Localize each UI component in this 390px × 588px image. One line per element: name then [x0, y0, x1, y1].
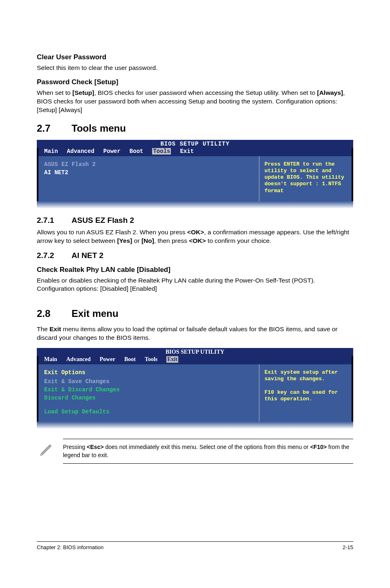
bios-right-pane: Press ENTER to run the utility to select… [260, 156, 352, 201]
text-part: does not immediately exit this menu. Sel… [104, 444, 310, 450]
text-bold: Exit [49, 325, 61, 332]
bios-tabs: Main Advanced Power Boot Tools Exit [37, 356, 353, 364]
section-name: Exit menu [72, 308, 119, 319]
bios-item-blank [44, 403, 253, 407]
ez-flash-title: 2.7.1ASUS EZ Flash 2 [37, 216, 353, 225]
text-bold: [Setup] [72, 89, 94, 96]
bios-item-exit-discard: Exit & Discard Changes [44, 386, 253, 393]
bios-tab-exit: Exit [180, 148, 194, 155]
exit-menu-title: 2.8Exit menu [37, 308, 353, 319]
bios-title: BIOS SETUP UTILITY [37, 349, 353, 355]
text-bold: <OK> [189, 237, 206, 244]
pencil-icon [38, 440, 55, 458]
bios-body: ASUS EZ Flash 2 AI NET2 Press ENTER to r… [37, 156, 353, 201]
bios-left-pane: Exit Options Exit & Save Changes Exit & … [38, 364, 260, 422]
section-num: 2.8 [37, 308, 72, 319]
bios-tab-power: Power [100, 356, 115, 363]
bios-item-ezflash: ASUS EZ Flash 2 [44, 161, 253, 168]
text-bold: <Esc> [87, 444, 103, 450]
bios-tab-main: Main [44, 356, 57, 363]
ai-net-title: 2.7.2AI NET 2 [37, 251, 353, 260]
text-bold: [No] [141, 237, 154, 244]
bios-exit-screenshot: BIOS SETUP UTILITY Main Advanced Power B… [37, 348, 353, 429]
bios-tab-boot: Boot [124, 356, 136, 363]
text-part: Pressing [63, 444, 87, 450]
bios-item-exit-save: Exit & Save Changes [44, 378, 253, 385]
bios-item-discard: Discard Changes [44, 395, 253, 401]
password-check-text: When set to [Setup], BIOS checks for use… [37, 89, 353, 114]
bios-tools-screenshot: BIOS SETUP UTILITY Main Advanced Power B… [37, 140, 353, 209]
footer-left: Chapter 2: BIOS information [37, 544, 103, 550]
bios-tab-tools: Tools [152, 148, 171, 155]
exit-menu-text: The Exit menu items allow you to load th… [37, 325, 353, 342]
ez-flash-text: Allows you to run ASUS EZ Flash 2. When … [37, 228, 353, 245]
text-part: When set to [37, 89, 72, 96]
subsection-name: ASUS EZ Flash 2 [72, 216, 134, 224]
section-name: Tools menu [72, 123, 126, 134]
bios-tab-main: Main [44, 148, 58, 155]
note-text: Pressing <Esc> does not immediately exit… [63, 439, 353, 464]
realtek-text: Enables or disables checking of the Real… [37, 276, 353, 294]
clear-user-password-heading: Clear User Password [37, 53, 353, 61]
bios-tab-tools: Tools [145, 356, 157, 363]
bios-tab-power: Power [103, 148, 121, 155]
bios-fade [37, 201, 353, 209]
bios-tabs: Main Advanced Power Boot Tools Exit [37, 148, 353, 156]
text-bold: <OK> [187, 229, 204, 236]
bios-tab-advanced: Advanced [66, 356, 91, 363]
bios-item-ainet2: AI NET2 [44, 169, 253, 176]
subsection-name: AI NET 2 [72, 251, 103, 260]
footer-right: 2-15 [343, 544, 353, 550]
subsection-num: 2.7.1 [37, 216, 72, 225]
bios-section-label: Exit Options [44, 369, 253, 376]
text-part: , BIOS checks for user password when acc… [94, 89, 317, 96]
note-box: Pressing <Esc> does not immediately exit… [37, 439, 353, 464]
bios-fade [37, 422, 353, 429]
bios-title-row: BIOS SETUP UTILITY [37, 140, 353, 148]
bios-body: Exit Options Exit & Save Changes Exit & … [37, 364, 353, 422]
text-bold: [Always] [317, 89, 343, 96]
password-check-heading: Password Check [Setup] [37, 78, 353, 86]
subsection-num: 2.7.2 [37, 251, 72, 260]
text-bold: [Yes] [117, 237, 132, 244]
tools-menu-title: 2.7Tools menu [37, 123, 353, 134]
section-num: 2.7 [37, 123, 72, 134]
text-part: to confirm your choice. [206, 237, 271, 244]
bios-item-load-defaults: Load Setup Defaults [44, 408, 253, 415]
bios-tab-boot: Boot [130, 148, 143, 155]
text-part: , then press [154, 237, 189, 244]
text-part: The [37, 325, 49, 332]
clear-user-password-text: Select this item to clear the user passw… [37, 64, 353, 72]
text-part: Allows you to run ASUS EZ Flash 2. When … [37, 229, 187, 236]
svg-marker-0 [40, 444, 52, 456]
bios-left-pane: ASUS EZ Flash 2 AI NET2 [38, 156, 260, 201]
bios-tab-advanced: Advanced [67, 148, 94, 155]
realtek-heading: Check Realtek Phy LAN cable [Disabled] [37, 266, 353, 274]
bios-tab-exit: Exit [166, 356, 178, 363]
text-part: or [132, 237, 141, 244]
bios-right-pane: Exit system setup after saving the chang… [260, 364, 352, 422]
bios-title-row: BIOS SETUP UTILITY [37, 348, 353, 356]
text-part: menu items allow you to load the optimal… [37, 325, 338, 341]
page-footer: Chapter 2: BIOS information 2-15 [37, 541, 353, 550]
bios-title: BIOS SETUP UTILITY [37, 141, 353, 147]
text-bold: <F10> [310, 444, 327, 450]
